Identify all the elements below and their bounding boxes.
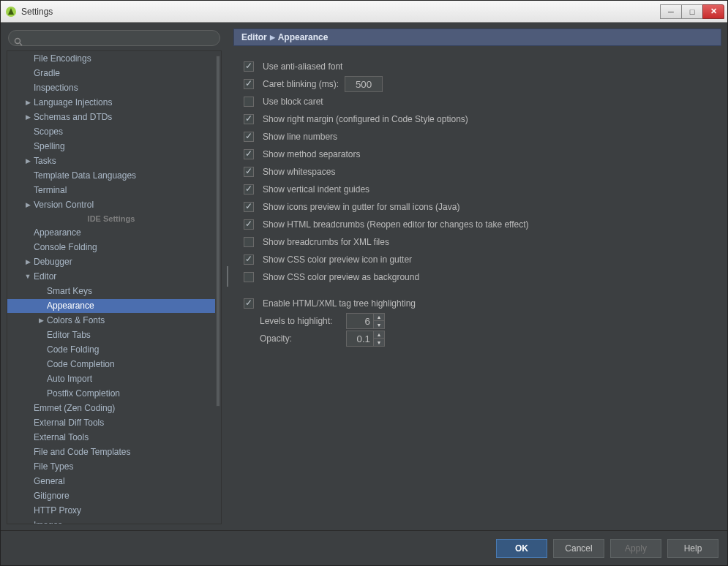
caret-blink-input[interactable] — [345, 76, 383, 92]
chevron-right-icon[interactable]: ▶ — [23, 255, 32, 268]
chevron-down-icon[interactable]: ▼ — [23, 270, 32, 283]
tree-item-label: Gradle — [34, 67, 60, 80]
xml-breadcrumbs-checkbox[interactable] — [244, 237, 254, 247]
tree-item[interactable]: File Encodings — [7, 52, 215, 66]
indent-guides-checkbox[interactable] — [244, 184, 254, 195]
tree-item[interactable]: ▶Version Control — [7, 198, 215, 212]
tree-item[interactable]: ▶Debugger — [7, 255, 215, 269]
breadcrumb-parent: Editor — [241, 32, 267, 42]
ok-button[interactable]: OK — [496, 539, 547, 558]
chevron-right-icon[interactable]: ▶ — [23, 198, 32, 211]
tree-item-label: Code Completion — [47, 358, 115, 371]
tree-item[interactable]: Gradle — [7, 67, 215, 80]
spinner-up-icon[interactable]: ▲ — [374, 314, 384, 321]
tree-item-label: Auto Import — [47, 372, 92, 385]
caret-blink-label: Caret blinking (ms): — [263, 79, 339, 89]
tree-item[interactable]: File and Code Templates — [7, 445, 215, 459]
svg-point-1 — [15, 38, 20, 43]
tree-item[interactable]: Template Data Languages — [7, 169, 215, 183]
tree-item-label: Terminal — [34, 184, 67, 197]
svg-line-2 — [20, 43, 22, 45]
tree-item-label: Code Folding — [47, 343, 99, 356]
xml-breadcrumbs-label: Show breadcrumbs for XML files — [263, 237, 389, 247]
tree-item[interactable]: External Tools — [7, 431, 215, 445]
right-margin-checkbox[interactable] — [244, 114, 254, 124]
tree-item[interactable]: General — [7, 475, 215, 488]
whitespaces-checkbox[interactable] — [244, 167, 254, 177]
chevron-right-icon[interactable]: ▶ — [23, 154, 32, 167]
tree-item-label: Schemas and DTDs — [34, 110, 112, 124]
settings-panel: Use anti-aliased font Caret blinking (ms… — [233, 46, 721, 524]
breadcrumb-sep-icon: ▶ — [270, 34, 275, 41]
tree-item[interactable]: Appearance — [7, 226, 215, 240]
block-caret-checkbox[interactable] — [244, 97, 254, 107]
tree-item[interactable]: Editor Tabs — [7, 328, 215, 342]
spinner-down-icon[interactable]: ▼ — [374, 321, 384, 328]
app-icon — [5, 6, 17, 18]
tree-item[interactable]: Postfix Completion — [7, 387, 215, 401]
opacity-spinner[interactable]: ▲▼ — [346, 331, 385, 347]
css-gutter-checkbox[interactable] — [244, 254, 254, 265]
search-input[interactable] — [8, 30, 220, 46]
tree-item[interactable]: Emmet (Zen Coding) — [7, 401, 215, 415]
tag-tree-checkbox[interactable] — [244, 298, 254, 309]
tree-item[interactable]: ▼Editor — [7, 270, 215, 284]
levels-input[interactable] — [346, 313, 374, 329]
chevron-right-icon[interactable]: ▶ — [37, 314, 45, 327]
spinner-down-icon[interactable]: ▼ — [374, 339, 384, 346]
spinner-up-icon[interactable]: ▲ — [374, 331, 384, 339]
tree-item[interactable]: Scopes — [7, 125, 215, 139]
apply-button[interactable]: Apply — [610, 539, 661, 558]
css-bg-checkbox[interactable] — [244, 272, 254, 282]
tree-item-label: External Diff Tools — [34, 416, 104, 429]
tree-item-label: Console Folding — [34, 241, 97, 254]
line-numbers-checkbox[interactable] — [244, 132, 254, 142]
tree-item[interactable]: ▶Language Injections — [7, 96, 215, 110]
tree-item[interactable]: Inspections — [7, 81, 215, 95]
tree-item[interactable]: Spelling — [7, 140, 215, 154]
tree-item-label: Appearance — [47, 299, 94, 312]
tree-item-label: Emmet (Zen Coding) — [34, 401, 115, 415]
html-breadcrumbs-checkbox[interactable] — [244, 219, 254, 230]
tree-item-label: Images — [34, 518, 62, 524]
ide-settings-header: IDE Settings — [7, 212, 215, 225]
tree-item[interactable]: Terminal — [7, 184, 215, 197]
tree-item[interactable]: External Diff Tools — [7, 416, 215, 430]
tree-item-label: General — [34, 475, 65, 488]
minimize-button[interactable]: ─ — [660, 4, 682, 19]
anti-aliased-label: Use anti-aliased font — [263, 61, 342, 72]
tree-item[interactable]: Images — [7, 518, 215, 524]
tree-item[interactable]: ▶Tasks — [7, 154, 215, 168]
tree-item-label: Inspections — [34, 81, 78, 94]
tree-item[interactable]: Code Completion — [7, 358, 215, 371]
splitter-handle[interactable] — [226, 29, 229, 524]
tree-item[interactable]: Gitignore — [7, 489, 215, 503]
help-button[interactable]: Help — [667, 539, 718, 558]
tree-item[interactable]: Smart Keys — [7, 284, 215, 298]
tree-item-label: Tasks — [34, 154, 56, 167]
sidebar: File EncodingsGradleInspections▶Language… — [7, 29, 222, 524]
caret-blink-checkbox[interactable] — [244, 79, 254, 89]
tree-scrollbar[interactable] — [215, 51, 221, 524]
tree-item[interactable]: Console Folding — [7, 241, 215, 254]
tree-item[interactable]: File Types — [7, 460, 215, 474]
tree-item[interactable]: ▶Schemas and DTDs — [7, 110, 215, 124]
anti-aliased-checkbox[interactable] — [244, 61, 254, 72]
tree-item[interactable]: Code Folding — [7, 343, 215, 357]
levels-spinner[interactable]: ▲▼ — [346, 313, 385, 329]
tree-item[interactable]: ▶Colors & Fonts — [7, 314, 215, 328]
cancel-button[interactable]: Cancel — [553, 539, 604, 558]
tree-item-label: Version Control — [34, 198, 94, 211]
tree-item[interactable]: Auto Import — [7, 372, 215, 386]
maximize-button[interactable]: □ — [681, 4, 703, 19]
tree-item-label: File Encodings — [34, 52, 91, 65]
tree-item[interactable]: Appearance — [7, 299, 215, 313]
method-sep-checkbox[interactable] — [244, 149, 254, 159]
chevron-right-icon[interactable]: ▶ — [23, 96, 32, 109]
close-button[interactable]: ✕ — [702, 4, 724, 19]
tree-item[interactable]: HTTP Proxy — [7, 504, 215, 518]
tree-item-label: Language Injections — [34, 96, 112, 109]
gutter-icons-checkbox[interactable] — [244, 202, 254, 212]
chevron-right-icon[interactable]: ▶ — [23, 110, 32, 124]
opacity-input[interactable] — [346, 331, 374, 347]
